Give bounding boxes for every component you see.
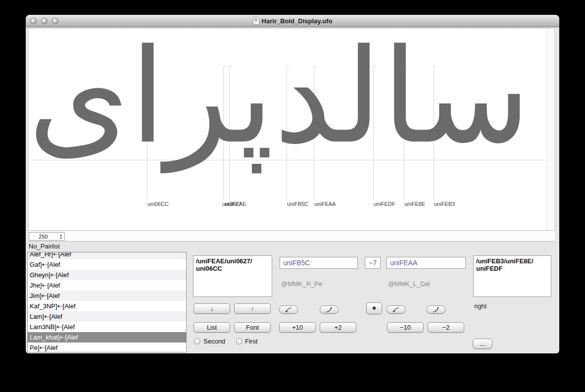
second-radio-label: Second (203, 338, 225, 345)
pairlist-name-label: No_Pairlist (29, 243, 60, 250)
pair-list-item-selected[interactable]: Lam_khat]⇠[Alef (28, 332, 186, 343)
pair-list-item[interactable]: Alef_Hr]⇠[Alef (28, 252, 186, 259)
canvas-scrollbar[interactable] (546, 29, 554, 230)
app-window: UUFO Harir_Bold_Display.ufo سالدپرای uni… (26, 15, 559, 353)
pair-list-item[interactable]: Lam3NB]⇠[Alef (28, 322, 186, 332)
second-glyph-field[interactable]: uniFB5C (280, 257, 358, 269)
pair-list-rows: Alef_Hr]⇠[Alef Gaf]⇠[Alef Gheyn]⇠[Alef J… (28, 252, 186, 352)
glyph-name-label: uni06CC (147, 201, 169, 207)
first-curve-left-button[interactable] (387, 305, 405, 314)
second-group-label: @MMK_R_Pe (281, 280, 322, 288)
glyph-name-label: uniFEAE (225, 201, 246, 207)
side-label: right (474, 302, 487, 310)
title-bar[interactable]: UUFO Harir_Bold_Display.ufo (26, 15, 559, 27)
first-group-label: @MMK_L_Dal (388, 280, 430, 288)
glyph-name-label: uniFB5C (287, 201, 308, 207)
glyph-name-label: uniFEDF (374, 201, 395, 207)
kern-value-field[interactable]: −7 (365, 257, 381, 269)
pair-list[interactable]: Alef_Hr]⇠[Alef Gaf]⇠[Alef Gheyn]⇠[Alef J… (27, 252, 187, 352)
second-curve-left-button[interactable] (279, 305, 298, 314)
zoom-stepper[interactable]: ▲▼ (57, 234, 64, 240)
zoom-level-value: 250 (29, 234, 57, 240)
first-radio[interactable] (236, 338, 243, 344)
second-radio[interactable] (194, 338, 200, 344)
curve-right-arrow-icon (325, 307, 333, 313)
minus-2-button[interactable]: −2 (428, 322, 464, 333)
previous-pair-button[interactable]: ↓ (194, 303, 230, 314)
glyph-name-label: uniFEAA (314, 201, 336, 207)
second-curve-right-button[interactable] (320, 305, 339, 314)
kerning-preview-canvas[interactable]: سالدپرای uni06CC uni0627 uniFEAE uniFB5C… (28, 28, 555, 231)
next-pair-button[interactable]: ↑ (234, 303, 271, 314)
right-context-field[interactable]: /uniFEB3/uniFE8E/ uniFEDF (473, 255, 551, 297)
pair-list-item[interactable]: Gaf]⇠[Alef (28, 259, 186, 270)
pair-list-item[interactable]: Kaf_3NP]⇠[Alef (28, 301, 186, 311)
window-title: Harir_Bold_Display.ufo (262, 17, 333, 25)
first-glyph-field[interactable]: uniFEAA (387, 257, 466, 269)
curve-left-arrow-icon (392, 307, 400, 313)
left-context-field[interactable]: /uniFEAE/uni0627/ uni06CC (193, 255, 272, 297)
glyph-name-label: uniFE8E (404, 201, 425, 207)
list-button[interactable]: List (194, 322, 230, 333)
glyph-name-label: uniFEB3 (434, 201, 455, 207)
pair-list-item[interactable]: Gheyn]⇠[Alef (28, 270, 186, 280)
zoom-level-field[interactable]: 250 ▲▼ (29, 232, 65, 241)
pair-list-item[interactable]: Jhe]⇠[Alef (28, 280, 186, 291)
arabic-glyph-preview: سالدپرای (28, 32, 531, 162)
ufo-document-icon: UUFO (253, 17, 259, 25)
first-radio-label: First (245, 338, 257, 345)
more-options-button[interactable]: … (473, 339, 492, 349)
pair-list-item[interactable]: Lam]⇠[Alef (28, 311, 186, 322)
window-title-group: UUFO Harir_Bold_Display.ufo (26, 15, 559, 27)
desktop-background: UUFO Harir_Bold_Display.ufo سالدپرای uni… (0, 0, 585, 392)
asterisk-button[interactable]: * (366, 302, 382, 314)
font-button[interactable]: Font (234, 322, 271, 333)
first-curve-right-button[interactable] (427, 305, 445, 314)
curve-left-arrow-icon (285, 307, 292, 313)
plus-10-button[interactable]: +10 (279, 322, 316, 333)
plus-2-button[interactable]: +2 (320, 322, 356, 333)
zoom-strip: 250 ▲▼ (28, 231, 555, 242)
pair-list-item[interactable]: Pe]⇠[Alef (28, 343, 186, 352)
minus-10-button[interactable]: −10 (387, 322, 424, 333)
pair-list-item[interactable]: Jim]⇠[Alef (28, 291, 186, 301)
curve-right-arrow-icon (432, 307, 440, 313)
